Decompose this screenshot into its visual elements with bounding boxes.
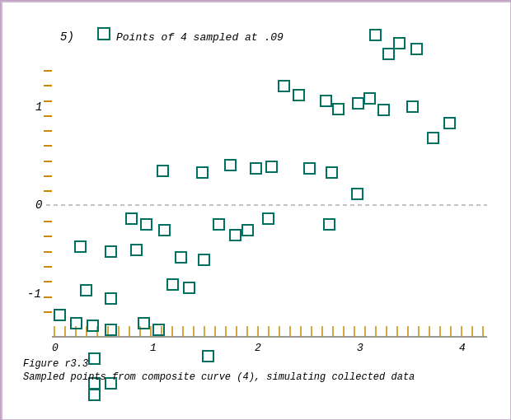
- data-point: [105, 246, 116, 257]
- x-label-4: 4: [459, 342, 466, 354]
- data-point: [353, 98, 363, 109]
- data-point: [230, 230, 241, 240]
- data-point: [383, 49, 394, 59]
- data-point: [444, 118, 455, 128]
- data-point-caption: [89, 390, 100, 400]
- data-point: [321, 96, 331, 106]
- data-point: [105, 293, 116, 304]
- data-point: [105, 378, 116, 389]
- data-point: [411, 44, 422, 54]
- data-point: [266, 161, 277, 172]
- data-point: [176, 252, 186, 263]
- y-label-0: 0: [35, 198, 42, 212]
- x-label-0: 0: [52, 342, 59, 354]
- data-point: [153, 324, 164, 335]
- data-point: [199, 254, 209, 265]
- data-point: [131, 245, 142, 255]
- chart-svg: 5) Points of 4 sampled at .09 1 0 -1: [1, 1, 511, 420]
- x-label-2: 2: [255, 342, 261, 354]
- data-point: [225, 160, 236, 170]
- svg-rect-0: [2, 2, 511, 420]
- data-point: [75, 241, 86, 252]
- figure-caption: Figure r3.3: [23, 358, 88, 370]
- figure-description: Sampled points from composite curve (4),…: [23, 371, 415, 383]
- data-point: [428, 133, 438, 143]
- y-label-neg1: -1: [27, 287, 41, 301]
- data-point: [370, 30, 381, 40]
- data-point: [157, 166, 168, 176]
- x-label-1: 1: [150, 342, 157, 354]
- data-point: [54, 310, 65, 320]
- y-label-1: 1: [35, 100, 42, 114]
- data-point: [304, 163, 315, 174]
- data-point: [197, 167, 208, 178]
- data-point: [213, 219, 224, 230]
- main-container: 5) Points of 4 sampled at .09 1 0 -1: [0, 0, 511, 420]
- data-point: [81, 285, 91, 296]
- data-point: [324, 219, 335, 230]
- data-point: [89, 353, 100, 364]
- data-point: [105, 324, 116, 335]
- data-point: [251, 163, 261, 174]
- data-point: [159, 225, 170, 236]
- data-point: [293, 90, 304, 100]
- data-point: [203, 351, 213, 362]
- data-point: [364, 93, 375, 104]
- legend-number: 5): [60, 30, 74, 44]
- data-point: [326, 167, 337, 178]
- data-point: [141, 219, 152, 230]
- legend-box: [98, 28, 110, 40]
- x-label-3: 3: [357, 342, 363, 354]
- data-point: [167, 279, 178, 290]
- data-point: [184, 282, 195, 293]
- data-point: [279, 81, 289, 91]
- data-point: [242, 225, 253, 236]
- data-point: [394, 38, 405, 49]
- data-point: [333, 104, 344, 114]
- data-point: [378, 105, 389, 115]
- data-point: [87, 320, 98, 331]
- data-point: [138, 318, 149, 329]
- legend-text: Points of 4 sampled at .09: [116, 31, 284, 44]
- data-point: [71, 318, 82, 329]
- data-point: [263, 213, 274, 224]
- data-point: [89, 378, 100, 389]
- data-point: [407, 101, 418, 112]
- data-point: [126, 213, 137, 224]
- data-point: [352, 189, 363, 199]
